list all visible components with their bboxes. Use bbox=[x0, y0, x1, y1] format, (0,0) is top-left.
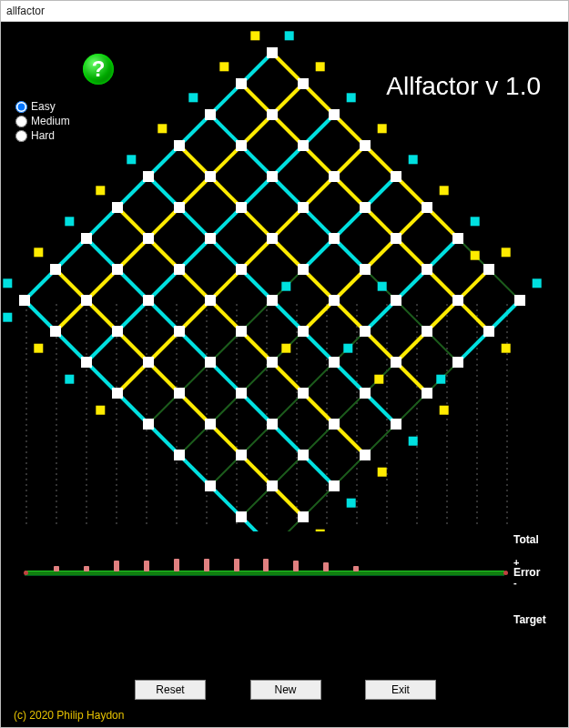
totals-row-cell: 6 bbox=[190, 533, 223, 550]
svg-rect-383 bbox=[19, 295, 30, 306]
totals-row-cell: 2 bbox=[371, 533, 403, 550]
exit-button[interactable]: Exit bbox=[365, 680, 436, 700]
totals-row-cell: 4 bbox=[310, 533, 343, 550]
svg-rect-353 bbox=[329, 357, 340, 368]
svg-rect-331 bbox=[267, 171, 278, 182]
svg-rect-321 bbox=[267, 109, 278, 120]
svg-rect-384 bbox=[50, 326, 61, 337]
error-tick bbox=[24, 571, 28, 575]
svg-rect-379 bbox=[205, 419, 216, 430]
svg-rect-363 bbox=[329, 419, 340, 430]
svg-rect-318 bbox=[483, 264, 494, 275]
svg-rect-334 bbox=[360, 264, 371, 275]
svg-rect-370 bbox=[236, 388, 247, 399]
totals-row-cell: 3 bbox=[340, 533, 373, 550]
svg-rect-221 bbox=[374, 375, 383, 384]
svg-rect-387 bbox=[143, 419, 154, 430]
targets-row-cell: 1 bbox=[431, 613, 463, 630]
svg-rect-360 bbox=[236, 326, 247, 337]
svg-rect-320 bbox=[236, 78, 247, 89]
error-tick bbox=[323, 562, 329, 571]
totals-row-cell: 5 bbox=[280, 533, 313, 550]
totals-row-cell: 1 bbox=[401, 533, 433, 550]
svg-rect-204 bbox=[409, 155, 418, 164]
svg-rect-327 bbox=[452, 295, 463, 306]
svg-rect-309 bbox=[3, 278, 12, 288]
error-tick bbox=[144, 561, 149, 571]
game-board[interactable] bbox=[1, 22, 569, 531]
svg-rect-354 bbox=[360, 388, 371, 399]
svg-rect-210 bbox=[440, 186, 449, 195]
svg-rect-371 bbox=[267, 419, 278, 430]
totals-row-cell: 5 bbox=[160, 533, 193, 550]
svg-rect-169 bbox=[285, 31, 294, 40]
svg-rect-224 bbox=[533, 278, 542, 288]
targets-row-cell: 0 bbox=[70, 613, 103, 630]
totals-row-cell: 3 bbox=[100, 533, 133, 550]
totals-row-cell: 6 bbox=[250, 533, 283, 550]
targets-label: Target bbox=[513, 613, 559, 626]
svg-rect-372 bbox=[298, 450, 309, 460]
svg-rect-388 bbox=[174, 450, 185, 460]
reset-button[interactable]: Reset bbox=[135, 680, 206, 700]
svg-rect-359 bbox=[205, 295, 216, 306]
svg-rect-385 bbox=[81, 357, 92, 368]
copyright: (c) 2020 Philip Haydon bbox=[14, 709, 124, 722]
targets-row-cell: 0 bbox=[461, 613, 493, 630]
error-tick bbox=[263, 559, 269, 571]
error-bar bbox=[25, 571, 504, 576]
svg-rect-344 bbox=[360, 326, 371, 337]
svg-rect-332 bbox=[298, 202, 309, 213]
svg-rect-259 bbox=[157, 124, 167, 133]
svg-rect-311 bbox=[267, 47, 278, 58]
svg-rect-356 bbox=[112, 202, 123, 213]
error-tick bbox=[503, 571, 508, 575]
svg-rect-243 bbox=[502, 344, 511, 353]
svg-rect-250 bbox=[378, 282, 387, 291]
svg-rect-190 bbox=[65, 375, 74, 384]
new-button[interactable]: New bbox=[250, 680, 321, 700]
svg-rect-199 bbox=[378, 124, 387, 133]
targets-row-cell: 2 bbox=[310, 613, 343, 630]
svg-rect-347 bbox=[143, 171, 154, 182]
svg-rect-315 bbox=[391, 171, 401, 182]
totals-row-cell: 4 bbox=[130, 533, 163, 550]
svg-rect-345 bbox=[391, 357, 401, 368]
targets-row-cell: 1 bbox=[160, 613, 193, 630]
svg-rect-279 bbox=[96, 186, 105, 195]
svg-rect-249 bbox=[188, 93, 198, 102]
svg-rect-380 bbox=[236, 450, 247, 460]
error-tick bbox=[84, 566, 89, 571]
svg-rect-225 bbox=[436, 375, 445, 384]
targets-row-cell: 2 bbox=[401, 613, 433, 630]
error-minus: - bbox=[513, 577, 559, 588]
targets-row-cell: 2 bbox=[250, 613, 283, 630]
error-tick bbox=[293, 561, 299, 571]
svg-rect-341 bbox=[267, 233, 278, 244]
svg-rect-366 bbox=[112, 264, 123, 275]
svg-rect-349 bbox=[205, 233, 216, 244]
svg-rect-367 bbox=[143, 295, 154, 306]
svg-rect-335 bbox=[391, 295, 401, 306]
targets-row-cell: 1 bbox=[190, 613, 223, 630]
totals-label: Total bbox=[513, 533, 559, 546]
targets-row-cell: 0 bbox=[130, 613, 163, 630]
error-tick bbox=[353, 566, 359, 571]
svg-rect-260 bbox=[440, 406, 449, 415]
svg-rect-189 bbox=[347, 93, 356, 102]
error-tick bbox=[114, 561, 119, 571]
svg-rect-378 bbox=[174, 388, 185, 399]
svg-rect-364 bbox=[360, 450, 371, 460]
svg-rect-314 bbox=[360, 140, 371, 151]
svg-rect-386 bbox=[112, 388, 123, 399]
svg-rect-340 bbox=[236, 202, 247, 213]
svg-rect-325 bbox=[391, 233, 401, 244]
targets-row-cell: 0 bbox=[40, 613, 73, 630]
error-tick bbox=[234, 559, 239, 571]
svg-rect-270 bbox=[409, 437, 418, 446]
svg-rect-233 bbox=[471, 251, 480, 260]
svg-rect-211 bbox=[281, 344, 290, 353]
svg-rect-200 bbox=[96, 406, 105, 415]
svg-rect-338 bbox=[174, 140, 185, 151]
svg-rect-328 bbox=[483, 326, 494, 337]
